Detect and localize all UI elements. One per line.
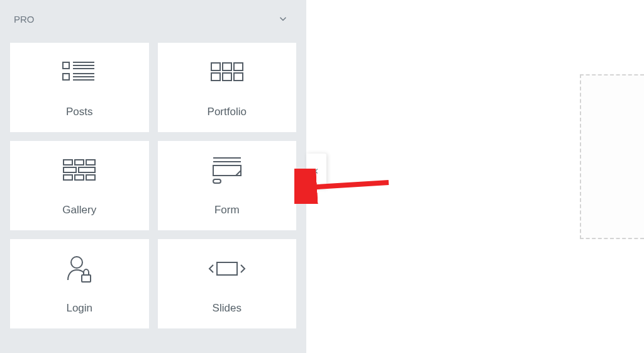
widgets-panel: PRO Posts <box>0 0 306 353</box>
chevron-down-icon <box>277 13 289 25</box>
svg-line-25 <box>236 171 241 176</box>
svg-rect-8 <box>211 63 220 70</box>
slides-icon <box>207 253 247 284</box>
widget-gallery[interactable]: Gallery <box>10 141 149 230</box>
gallery-icon <box>61 155 97 186</box>
widget-label: Portfolio <box>208 106 247 118</box>
svg-rect-26 <box>213 179 221 183</box>
svg-rect-29 <box>217 262 237 275</box>
svg-rect-4 <box>63 74 69 80</box>
svg-rect-17 <box>64 167 76 172</box>
category-label: PRO <box>14 14 35 25</box>
widget-login[interactable]: Login <box>10 239 149 328</box>
widget-posts[interactable]: Posts <box>10 43 149 132</box>
svg-rect-13 <box>234 73 243 81</box>
login-icon <box>64 253 94 284</box>
widget-label: Form <box>214 204 240 216</box>
svg-rect-16 <box>86 160 95 165</box>
widget-label: Login <box>66 302 92 315</box>
svg-rect-15 <box>75 160 84 165</box>
portfolio-icon <box>209 57 245 88</box>
widget-label: Gallery <box>62 204 96 216</box>
svg-rect-20 <box>75 175 84 180</box>
svg-rect-11 <box>211 73 220 81</box>
svg-rect-10 <box>234 63 243 70</box>
svg-rect-19 <box>64 175 72 180</box>
svg-rect-14 <box>64 160 72 165</box>
svg-point-27 <box>71 257 82 268</box>
svg-rect-28 <box>82 275 91 282</box>
collapse-panel-button[interactable] <box>306 154 326 189</box>
svg-rect-9 <box>223 63 231 70</box>
widget-portfolio[interactable]: Portfolio <box>158 43 297 132</box>
svg-rect-21 <box>86 175 95 180</box>
widget-slides[interactable]: Slides <box>158 239 297 328</box>
chevron-left-icon <box>312 167 321 176</box>
widget-label: Slides <box>213 302 242 315</box>
category-header-pro[interactable]: PRO <box>0 0 306 38</box>
widget-label: Posts <box>66 106 93 118</box>
canvas-dropzone[interactable] <box>580 74 644 239</box>
form-icon <box>208 155 246 186</box>
posts-icon <box>60 57 98 88</box>
widget-form[interactable]: Form <box>158 141 297 230</box>
svg-rect-12 <box>223 73 231 81</box>
svg-rect-18 <box>79 167 95 172</box>
svg-rect-0 <box>63 62 69 69</box>
widget-grid: Posts Portfolio <box>0 38 306 339</box>
